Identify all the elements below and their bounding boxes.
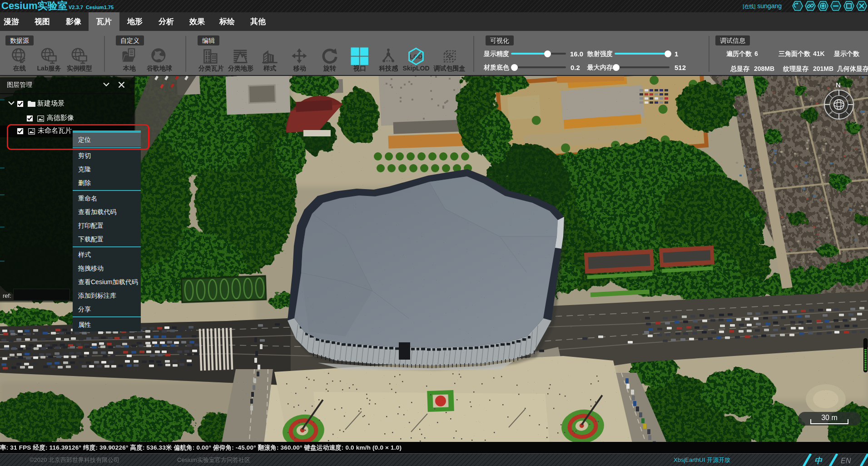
svg-text:EN: EN: [841, 457, 851, 465]
svg-text:中: 中: [814, 456, 823, 465]
